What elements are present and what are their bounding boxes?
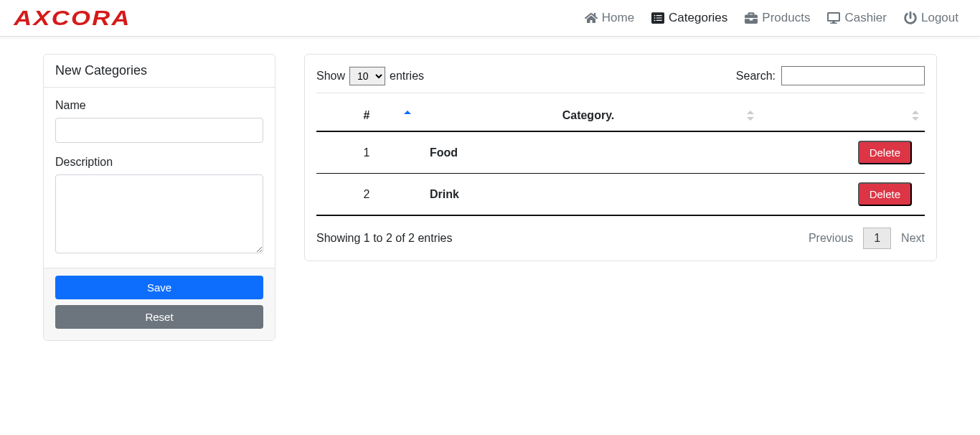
nav-cashier-label: Cashier [844, 11, 887, 25]
length-prefix: Show [316, 70, 345, 83]
nav-categories[interactable]: Categories [651, 11, 727, 25]
reset-button[interactable]: Reset [55, 305, 263, 329]
col-action[interactable] [760, 100, 925, 131]
entries-length: Show 10 entries [316, 67, 424, 85]
col-num[interactable]: # [316, 100, 417, 131]
power-icon [904, 11, 917, 24]
description-input[interactable] [55, 174, 263, 253]
table-row: 2 Drink Delete [316, 174, 925, 216]
pagination: Previous 1 Next [809, 228, 925, 249]
sort-both-icon [747, 111, 754, 121]
page-number[interactable]: 1 [863, 228, 891, 249]
nav-cashier[interactable]: Cashier [827, 11, 887, 25]
nav-logout[interactable]: Logout [904, 11, 958, 25]
nav-home-label: Home [602, 11, 634, 25]
description-label: Description [55, 156, 263, 169]
nav-home[interactable]: Home [585, 11, 634, 25]
delete-button[interactable]: Delete [858, 182, 912, 206]
cell-category: Food [417, 131, 760, 174]
cell-action: Delete [760, 131, 925, 174]
nav-products[interactable]: Products [745, 11, 810, 25]
save-button[interactable]: Save [55, 276, 263, 299]
briefcase-icon [745, 11, 758, 24]
new-category-form-card: New Categories Name Description Save Res… [43, 54, 275, 341]
list-icon [651, 11, 664, 24]
main-nav: Home Categories Products Cashier Logout [585, 11, 958, 25]
previous-button[interactable]: Previous [809, 232, 853, 245]
search-input[interactable] [781, 66, 925, 85]
form-header: New Categories [44, 55, 275, 88]
nav-categories-label: Categories [669, 11, 727, 25]
col-category[interactable]: Category. [417, 100, 760, 131]
logo-text: AXCORA [14, 6, 131, 30]
cell-num: 1 [316, 131, 417, 174]
name-label: Name [55, 99, 263, 112]
cell-action: Delete [760, 174, 925, 216]
table-info: Showing 1 to 2 of 2 entries [316, 232, 452, 245]
cell-category: Drink [417, 174, 760, 216]
next-button[interactable]: Next [901, 232, 925, 245]
search-wrapper: Search: [736, 66, 925, 85]
sort-asc-icon [404, 111, 411, 121]
sort-both-icon [912, 111, 919, 121]
logo[interactable]: AXCORA [22, 6, 123, 30]
categories-table: # Category. [316, 100, 925, 216]
name-input[interactable] [55, 118, 263, 143]
nav-logout-label: Logout [921, 11, 958, 25]
table-row: 1 Food Delete [316, 131, 925, 174]
length-select[interactable]: 10 [349, 67, 385, 85]
display-icon [827, 11, 840, 24]
nav-products-label: Products [762, 11, 810, 25]
search-label: Search: [736, 70, 776, 83]
length-suffix: entries [390, 70, 424, 83]
categories-table-card: Show 10 entries Search: # [304, 54, 937, 261]
cell-num: 2 [316, 174, 417, 216]
delete-button[interactable]: Delete [858, 141, 912, 164]
home-icon [585, 11, 598, 24]
